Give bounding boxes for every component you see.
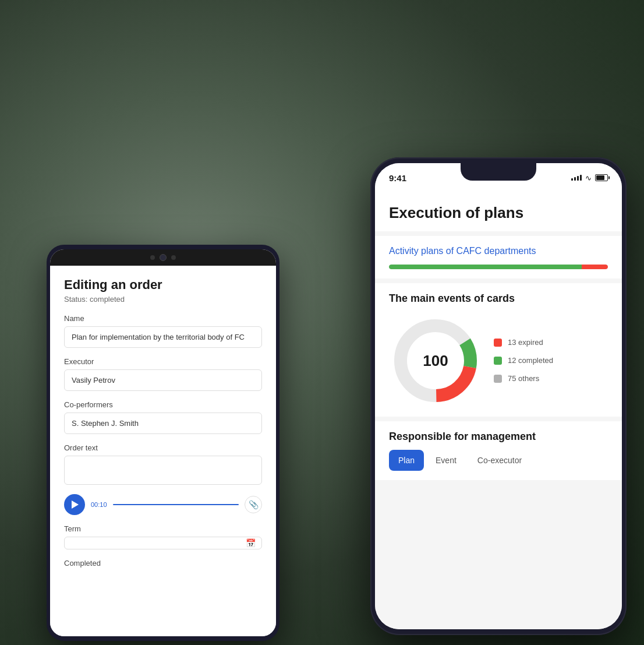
wifi-icon: ∿ (585, 174, 592, 182)
donut-chart: 100 (389, 314, 482, 407)
events-section: The main events of cards 100 (375, 283, 622, 417)
ios-title-section: Execution of plans (375, 192, 622, 231)
android-phone: Editing an order Status: completed Name … (47, 245, 279, 641)
signal-bar-4 (580, 175, 582, 181)
tab-event[interactable]: Event (426, 450, 466, 471)
progress-bar-fill (389, 265, 608, 269)
android-page-title: Editing an order (64, 277, 262, 292)
legend-item-others: 75 others (494, 374, 608, 383)
signal-bar-3 (577, 176, 579, 181)
term-label: Term (64, 524, 262, 533)
order-text-label: Order text (64, 443, 262, 452)
play-button[interactable] (64, 494, 85, 515)
android-status-bar (50, 249, 276, 266)
executor-label: Executor (64, 357, 262, 366)
progress-bar-container (389, 265, 608, 269)
chart-legend: 13 expired 12 completed 75 others (494, 338, 608, 383)
responsible-section: Responsible for management Plan Event Co… (375, 421, 622, 480)
battery-fill (596, 175, 604, 180)
completed-label: Completed (64, 559, 262, 568)
legend-item-completed: 12 completed (494, 356, 608, 365)
ios-card-link[interactable]: Activity plans of CAFC departments (389, 245, 608, 258)
tab-co-executor[interactable]: Co-executor (468, 450, 531, 471)
signal-bar-1 (571, 178, 573, 181)
android-camera (160, 254, 167, 261)
android-dot-2 (171, 255, 176, 260)
ios-content: Execution of plans Activity plans of CAF… (375, 192, 622, 629)
signal-bar-2 (574, 177, 576, 181)
audio-progress-bar (113, 504, 239, 505)
ios-phone-screen: 9:41 ∿ Execution of plans Activity pla (375, 163, 622, 629)
tab-bar: Plan Event Co-executor (389, 450, 608, 471)
ios-status-bar: 9:41 ∿ (375, 163, 622, 192)
legend-dot-expired (494, 339, 502, 347)
co-performers-label: Co-performers (64, 400, 262, 409)
ios-time: 9:41 (389, 173, 406, 183)
events-title: The main events of cards (389, 292, 608, 305)
ios-phone: 9:41 ∿ Execution of plans Activity pla (370, 157, 627, 635)
name-input[interactable]: Plan for implementation by the territori… (64, 326, 262, 348)
ios-status-icons: ∿ (571, 174, 608, 182)
android-status-text: Status: completed (64, 295, 262, 304)
ios-notch (461, 163, 536, 181)
android-phone-screen: Editing an order Status: completed Name … (50, 249, 276, 636)
ios-page-title: Execution of plans (389, 204, 608, 222)
battery-icon (595, 174, 608, 181)
audio-time: 00:10 (91, 501, 107, 508)
legend-item-expired: 13 expired (494, 338, 608, 347)
audio-player: 00:10 📎 (64, 494, 262, 515)
signal-bars (571, 175, 582, 181)
legend-label-expired: 13 expired (508, 338, 543, 347)
android-content: Editing an order Status: completed Name … (50, 266, 276, 636)
ios-activity-card: Activity plans of CAFC departments (375, 236, 622, 279)
order-text-input[interactable] (64, 456, 262, 485)
responsible-title: Responsible for management (389, 431, 608, 443)
term-input[interactable]: 📅 (64, 537, 262, 549)
name-label: Name (64, 314, 262, 323)
donut-center-value: 100 (423, 351, 448, 369)
android-dot-1 (150, 255, 155, 260)
executor-input[interactable]: Vasily Petrov (64, 369, 262, 391)
legend-dot-completed (494, 357, 502, 365)
legend-label-completed: 12 completed (508, 356, 553, 365)
legend-dot-others (494, 375, 502, 383)
co-performers-input[interactable]: S. Stephen J. Smith (64, 413, 262, 434)
audio-attach-button[interactable]: 📎 (245, 496, 262, 513)
events-content: 100 13 expired 12 completed (389, 314, 608, 407)
legend-label-others: 75 others (508, 374, 539, 383)
tab-plan[interactable]: Plan (389, 450, 424, 471)
calendar-icon: 📅 (246, 538, 256, 548)
play-icon (72, 501, 79, 509)
